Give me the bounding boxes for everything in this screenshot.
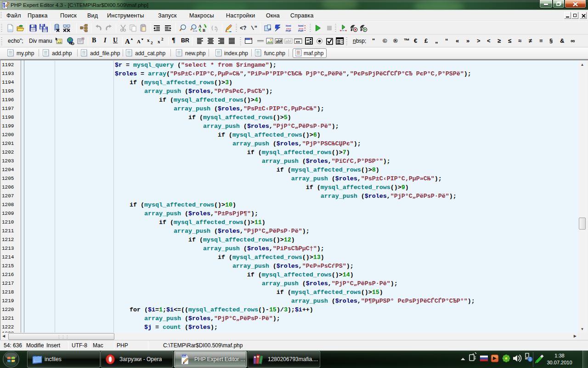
svg-text:B: B — [203, 28, 205, 32]
svg-text:abl: abl — [286, 39, 291, 44]
svg-text:A: A — [198, 24, 202, 29]
svg-text:{: { — [211, 25, 213, 30]
svg-text:2: 2 — [151, 40, 153, 45]
svg-text:\": \" — [251, 25, 257, 32]
svg-text:<?: <? — [240, 25, 246, 32]
svg-text:xx: xx — [296, 40, 300, 44]
svg-text:A: A — [125, 38, 130, 45]
svg-text:x: x — [147, 37, 150, 43]
svg-text:2: 2 — [161, 37, 164, 41]
svg-text:PHP: PHP — [286, 29, 291, 32]
svg-text:abl: abl — [276, 39, 282, 44]
svg-text:A: A — [137, 39, 141, 44]
svg-text:x: x — [158, 39, 160, 44]
svg-text:PHP: PHP — [3, 4, 5, 8]
svg-text:cd: cd — [306, 41, 310, 44]
svg-text:PHP: PHP — [298, 29, 304, 32]
